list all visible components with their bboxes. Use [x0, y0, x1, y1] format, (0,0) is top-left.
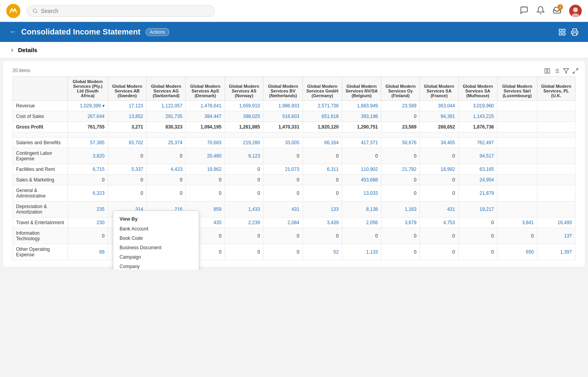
cell[interactable]: 384,447: [186, 111, 225, 122]
dropdown-item-business-document[interactable]: Business Document: [113, 243, 199, 252]
cell[interactable]: 1,163: [381, 201, 420, 218]
cell[interactable]: 3,019,960: [458, 101, 497, 111]
cell[interactable]: 66,164: [303, 138, 342, 148]
cell[interactable]: 417,371: [342, 138, 381, 148]
cell[interactable]: 3,679: [381, 218, 420, 228]
cell[interactable]: 3,439: [303, 218, 342, 228]
cell[interactable]: 4,753: [420, 218, 458, 228]
search-bar[interactable]: [27, 5, 215, 17]
actions-button[interactable]: Actions: [145, 28, 169, 36]
cell[interactable]: 650: [497, 244, 537, 260]
cell[interactable]: 431: [420, 201, 458, 218]
dropdown-item-book-code[interactable]: Book Code: [113, 234, 199, 243]
cell[interactable]: 1,683,949: [342, 101, 381, 111]
cell[interactable]: 57,385: [68, 138, 108, 148]
row-label: [13, 132, 68, 138]
col-header-6: Global Modern Services GmbH (Germany): [303, 77, 342, 101]
cell[interactable]: 52: [303, 244, 342, 260]
details-toggle[interactable]: Details: [9, 47, 579, 53]
search-input[interactable]: [41, 8, 209, 14]
cell[interactable]: 137: [537, 228, 575, 244]
cell[interactable]: 235: [68, 201, 108, 218]
dropdown-item-company[interactable]: Company: [113, 262, 199, 270]
logo[interactable]: [6, 4, 20, 18]
cell[interactable]: 23,589: [381, 101, 420, 111]
cell[interactable]: 393,198: [342, 111, 381, 122]
dropdown-item-bank-account[interactable]: Bank Account: [113, 224, 199, 234]
cell[interactable]: 25,374: [147, 138, 186, 148]
col-header-4: Global Modern Services AS (Norway): [225, 77, 263, 101]
cell[interactable]: 133: [303, 201, 342, 218]
cell[interactable]: 9,123: [225, 148, 263, 164]
cell[interactable]: 1,478,641: [186, 101, 225, 111]
cell[interactable]: 1,133: [342, 244, 381, 260]
cell[interactable]: 63,165: [458, 164, 497, 175]
cell[interactable]: 3,841: [497, 218, 537, 228]
cell[interactable]: 431: [263, 201, 303, 218]
cell[interactable]: 24,954: [458, 175, 497, 185]
cell[interactable]: 50,676: [381, 138, 420, 148]
cell[interactable]: 34,405: [420, 138, 458, 148]
cell[interactable]: 1,986,933: [263, 101, 303, 111]
cell[interactable]: 13,033: [342, 185, 381, 201]
cell[interactable]: 230: [68, 218, 108, 228]
cell[interactable]: 21,792: [381, 164, 420, 175]
grid-icon[interactable]: [558, 28, 566, 36]
cell[interactable]: 1,143,225: [458, 111, 497, 122]
cell[interactable]: 651,618: [303, 111, 342, 122]
chat-icon-wrapper[interactable]: [520, 6, 528, 16]
user-avatar[interactable]: [569, 5, 582, 17]
cell[interactable]: 94,391: [420, 111, 458, 122]
cell[interactable]: 398,025: [225, 111, 263, 122]
cell[interactable]: 6,311: [303, 164, 342, 175]
cell[interactable]: 13,852: [108, 111, 147, 122]
cell[interactable]: 2,239: [225, 218, 263, 228]
cell[interactable]: 16,493: [537, 218, 575, 228]
inbox-icon-wrapper[interactable]: 3: [553, 6, 561, 16]
cell[interactable]: 19,217: [458, 201, 497, 218]
cell[interactable]: 453,688: [342, 175, 381, 185]
cell[interactable]: 1,397: [537, 244, 575, 260]
cell[interactable]: 2,571,738: [303, 101, 342, 111]
cell[interactable]: 20,480: [186, 148, 225, 164]
cell[interactable]: 762,497: [458, 138, 497, 148]
cell[interactable]: 110,902: [342, 164, 381, 175]
cell[interactable]: 6,715: [68, 164, 108, 175]
cell[interactable]: 267,644: [68, 111, 108, 122]
cell[interactable]: 21,073: [263, 164, 303, 175]
cell[interactable]: 6,323: [68, 185, 108, 201]
cell[interactable]: 1,029,399 ▾: [68, 101, 108, 111]
cell[interactable]: 1,122,057: [147, 101, 186, 111]
list-icon[interactable]: [554, 68, 560, 74]
cell[interactable]: 291,735: [147, 111, 186, 122]
cell[interactable]: 219,280: [225, 138, 263, 148]
expand-icon[interactable]: [572, 68, 579, 74]
filter-icon[interactable]: [563, 68, 569, 74]
cell[interactable]: 65,702: [108, 138, 147, 148]
cell[interactable]: 33,005: [263, 138, 303, 148]
cell[interactable]: 94,517: [458, 148, 497, 164]
cell[interactable]: 363,044: [420, 101, 458, 111]
cell[interactable]: 17,123: [108, 101, 147, 111]
row-label: Contingent Labor Expense: [13, 148, 68, 164]
cell[interactable]: 89: [68, 244, 108, 260]
cell[interactable]: 5,337: [108, 164, 147, 175]
notification-icon-wrapper[interactable]: [536, 6, 545, 16]
cell[interactable]: 18,992: [420, 164, 458, 175]
cell[interactable]: 2,056: [342, 218, 381, 228]
cell[interactable]: 70,683: [186, 138, 225, 148]
columns-icon[interactable]: [544, 68, 550, 74]
cell[interactable]: 19,962: [186, 164, 225, 175]
cell[interactable]: 2,084: [263, 218, 303, 228]
print-icon[interactable]: [571, 28, 579, 36]
cell[interactable]: 1,433: [225, 201, 263, 218]
cell[interactable]: 516,603: [263, 111, 303, 122]
cell[interactable]: 4,423: [147, 164, 186, 175]
cell[interactable]: 8,138: [342, 201, 381, 218]
back-button[interactable]: ←: [9, 28, 16, 36]
dropdown-item-campaign[interactable]: Campaign: [113, 252, 199, 262]
cell[interactable]: 3,820: [68, 148, 108, 164]
cell[interactable]: 1,659,910: [225, 101, 263, 111]
table-row: Facilities and Rent 6,715 5,337 4,423 19…: [13, 164, 575, 175]
cell[interactable]: 21,879: [458, 185, 497, 201]
